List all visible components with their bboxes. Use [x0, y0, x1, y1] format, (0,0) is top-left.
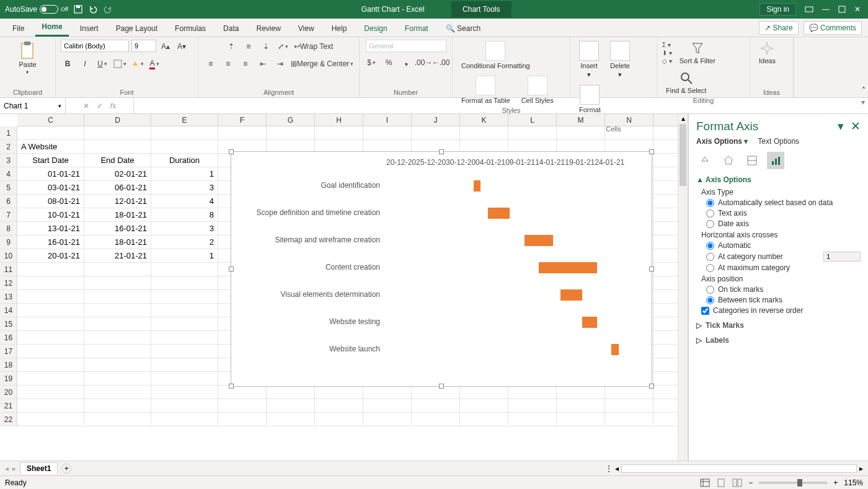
- chart-handle-s[interactable]: [439, 384, 444, 389]
- col-header[interactable]: G: [267, 114, 315, 126]
- sign-in-button[interactable]: Sign in: [760, 3, 796, 15]
- cell[interactable]: 8: [151, 208, 218, 221]
- col-header[interactable]: H: [315, 114, 363, 126]
- panel-close-icon[interactable]: ✕: [851, 120, 861, 133]
- zoom-percent[interactable]: 115%: [844, 478, 863, 487]
- tab-view[interactable]: View: [292, 20, 321, 37]
- search-box[interactable]: 🔍 Search: [440, 20, 487, 37]
- cell[interactable]: [508, 126, 557, 139]
- row-header[interactable]: 15: [0, 317, 17, 330]
- row-header[interactable]: 20: [0, 385, 17, 399]
- row-header[interactable]: 6: [0, 195, 17, 208]
- chart-bar[interactable]: [474, 180, 481, 192]
- axis-type-auto-radio[interactable]: Automatically select based on data: [706, 198, 861, 207]
- row-header[interactable]: 4: [0, 167, 17, 180]
- cell[interactable]: [151, 290, 218, 303]
- cell[interactable]: [84, 372, 151, 385]
- col-header[interactable]: D: [84, 114, 151, 126]
- close-icon[interactable]: ✕: [854, 5, 861, 14]
- increase-decimal-icon[interactable]: .00→: [417, 56, 430, 69]
- chart-handle-e[interactable]: [649, 267, 654, 271]
- embedded-chart[interactable]: 20-12-2025-12-2030-12-2004-01-2109-01-21…: [231, 151, 652, 387]
- cell[interactable]: [84, 126, 151, 139]
- chart-handle-n[interactable]: [439, 149, 444, 154]
- cell[interactable]: 12-01-21: [84, 195, 151, 208]
- cell[interactable]: Start Date: [17, 154, 84, 167]
- cell[interactable]: [412, 385, 460, 399]
- cell[interactable]: [151, 276, 218, 289]
- cell[interactable]: [363, 399, 412, 412]
- fx-icon[interactable]: fx: [110, 102, 116, 110]
- align-bottom-icon[interactable]: ⇣: [259, 40, 273, 53]
- cell[interactable]: 03-01-21: [17, 181, 84, 194]
- save-icon[interactable]: [73, 4, 83, 14]
- cell[interactable]: [267, 126, 315, 139]
- tab-file[interactable]: File: [6, 20, 30, 37]
- new-sheet-icon[interactable]: +: [61, 464, 71, 474]
- chart-handle-sw[interactable]: [229, 384, 234, 389]
- collapse-ribbon-icon[interactable]: ˄: [862, 86, 866, 95]
- col-header[interactable]: N: [605, 114, 653, 126]
- comma-icon[interactable]: ❟: [399, 56, 413, 69]
- row-header[interactable]: 8: [0, 222, 17, 235]
- reverse-order-checkbox[interactable]: Categories in reverse order: [701, 306, 861, 315]
- col-header[interactable]: F: [218, 114, 267, 126]
- cancel-formula-icon[interactable]: ✕: [83, 102, 89, 110]
- col-header[interactable]: I: [363, 114, 412, 126]
- cell[interactable]: [84, 385, 151, 399]
- sort-filter-button[interactable]: Sort & Filter: [676, 40, 719, 66]
- worksheet-grid[interactable]: CDEFGHIJKLMN 12A Website3Start DateEnd D…: [0, 114, 688, 460]
- cell[interactable]: [460, 385, 508, 399]
- percent-icon[interactable]: %: [382, 56, 396, 69]
- cell[interactable]: [84, 140, 151, 153]
- cell[interactable]: Duration: [151, 154, 218, 167]
- confirm-formula-icon[interactable]: ✓: [97, 102, 103, 110]
- cell[interactable]: [17, 276, 84, 289]
- cell[interactable]: [151, 263, 218, 276]
- cell[interactable]: [363, 126, 412, 139]
- cell[interactable]: [151, 304, 218, 317]
- col-header[interactable]: J: [412, 114, 460, 126]
- chart-bar[interactable]: [582, 317, 596, 328]
- cell[interactable]: 16-01-21: [84, 222, 151, 235]
- indent-increase-icon[interactable]: ⇥: [273, 57, 287, 71]
- italic-icon[interactable]: I: [78, 57, 92, 71]
- minimize-icon[interactable]: —: [822, 5, 830, 14]
- align-left-icon[interactable]: ≡: [204, 57, 218, 71]
- cell[interactable]: 08-01-21: [17, 195, 84, 208]
- cell[interactable]: [84, 331, 151, 344]
- cell[interactable]: [151, 358, 218, 371]
- hcross-max-radio[interactable]: At maximum category: [706, 263, 861, 272]
- cell[interactable]: [84, 263, 151, 276]
- row-header[interactable]: 16: [0, 331, 17, 344]
- sheet-tab-sheet1[interactable]: Sheet1: [20, 462, 58, 474]
- cell[interactable]: 3: [151, 181, 218, 194]
- cell[interactable]: 1: [151, 249, 218, 262]
- undo-icon[interactable]: [88, 4, 98, 14]
- ribbon-display-icon[interactable]: [805, 5, 813, 14]
- fill-icon[interactable]: ⬇ ▾: [662, 50, 672, 56]
- clear-icon[interactable]: ◇ ▾: [662, 58, 672, 64]
- cell[interactable]: [508, 399, 557, 412]
- col-header[interactable]: C: [17, 114, 84, 126]
- cell[interactable]: [17, 399, 84, 412]
- align-right-icon[interactable]: ≡: [239, 57, 252, 71]
- cell[interactable]: [605, 385, 653, 399]
- hcross-auto-radio[interactable]: Automatic: [706, 241, 861, 250]
- cell[interactable]: [460, 399, 508, 412]
- paste-button[interactable]: Paste▾: [15, 40, 40, 76]
- cell[interactable]: [267, 385, 315, 399]
- panel-effects-icon[interactable]: [720, 152, 737, 169]
- panel-size-icon[interactable]: [743, 152, 761, 169]
- wrap-text-button[interactable]: ↩ Wrap Text: [294, 40, 334, 53]
- tab-design[interactable]: Design: [358, 20, 393, 37]
- row-header[interactable]: 19: [0, 372, 17, 385]
- orientation-icon[interactable]: ⤢: [277, 40, 290, 53]
- cell[interactable]: 18-01-21: [84, 208, 151, 221]
- hcross-category-radio[interactable]: At category number: [706, 252, 861, 262]
- row-header[interactable]: 9: [0, 236, 17, 249]
- cell[interactable]: [17, 385, 84, 399]
- col-header[interactable]: L: [508, 114, 557, 126]
- row-header[interactable]: 18: [0, 358, 17, 371]
- cell[interactable]: [17, 331, 84, 344]
